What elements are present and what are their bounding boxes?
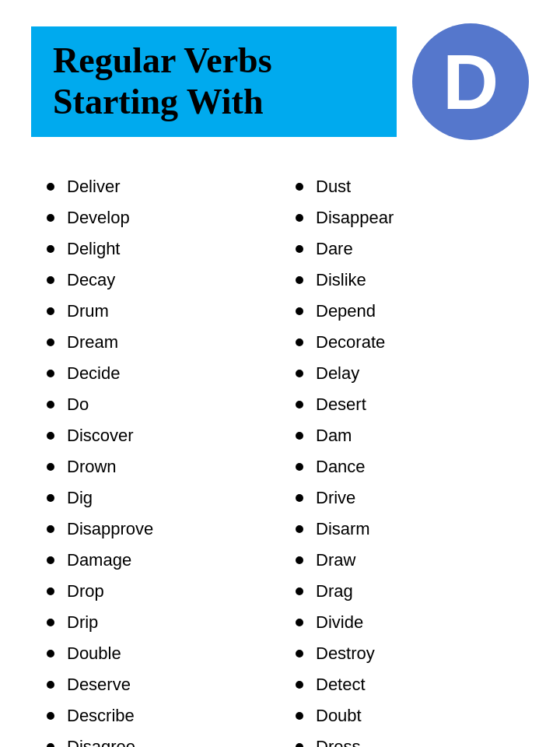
- list-item: Dust: [280, 171, 529, 202]
- bullet-icon: [296, 681, 303, 689]
- word-text: Drive: [316, 488, 355, 508]
- word-text: Describe: [67, 706, 135, 726]
- bullet-icon: [47, 587, 54, 595]
- word-text: Drown: [67, 457, 117, 477]
- bullet-icon: [296, 370, 303, 377]
- list-item: Dig: [31, 482, 280, 514]
- word-text: Develop: [67, 208, 130, 228]
- word-text: Dream: [67, 332, 118, 352]
- bullet-icon: [47, 183, 54, 191]
- list-item: Dance: [280, 451, 529, 482]
- word-text: Damage: [67, 550, 131, 570]
- word-text: Deliver: [67, 177, 120, 197]
- bullet-icon: [47, 681, 54, 689]
- word-text: Depend: [316, 301, 376, 321]
- word-text: Dust: [316, 177, 351, 197]
- word-text: Dance: [316, 457, 366, 477]
- bullet-icon: [47, 556, 54, 564]
- bullet-icon: [296, 712, 303, 720]
- word-text: Decay: [67, 270, 115, 290]
- list-item: Depend: [280, 296, 529, 327]
- list-item: Disarm: [280, 514, 529, 545]
- list-item: Develop: [31, 202, 280, 233]
- list-item: Deliver: [31, 171, 280, 202]
- list-item: Discover: [31, 420, 280, 451]
- list-item: Drive: [280, 482, 529, 514]
- word-text: Double: [67, 644, 121, 664]
- word-text: Deserve: [67, 675, 131, 695]
- word-text: Dress: [316, 737, 360, 747]
- title-line1: Regular Verbs: [53, 40, 272, 80]
- bullet-icon: [47, 401, 54, 409]
- left-column: DeliverDevelopDelightDecayDrumDreamDecid…: [31, 171, 280, 747]
- word-text: Draw: [316, 550, 355, 570]
- word-text: Delay: [316, 363, 359, 384]
- bullet-icon: [296, 183, 303, 191]
- word-text: Doubt: [316, 706, 362, 726]
- bullet-icon: [47, 214, 54, 222]
- bullet-icon: [296, 245, 303, 253]
- bullet-icon: [296, 556, 303, 564]
- word-text: Do: [67, 395, 89, 415]
- word-text: Dam: [316, 426, 352, 446]
- right-column: DustDisappearDareDislikeDependDecorateDe…: [280, 171, 529, 747]
- bullet-icon: [47, 338, 54, 346]
- title-box: Regular Verbs Starting With: [31, 26, 397, 137]
- word-text: Decide: [67, 363, 120, 384]
- word-text: Destroy: [316, 644, 375, 664]
- list-item: Dam: [280, 420, 529, 451]
- list-item: Describe: [31, 700, 280, 731]
- list-item: Dare: [280, 233, 529, 265]
- bullet-icon: [47, 432, 54, 440]
- bullet-icon: [296, 338, 303, 346]
- bullet-icon: [47, 245, 54, 253]
- list-item: Do: [31, 389, 280, 420]
- bullet-icon: [296, 432, 303, 440]
- title-line2: Starting With: [53, 82, 264, 121]
- header-section: Regular Verbs Starting With D: [31, 23, 529, 140]
- list-item: Drip: [31, 607, 280, 638]
- bullet-icon: [296, 276, 303, 284]
- title-text: Regular Verbs Starting With: [53, 40, 375, 123]
- list-item: Dream: [31, 327, 280, 358]
- word-text: Detect: [316, 675, 366, 695]
- word-text: Divide: [316, 612, 363, 633]
- bullet-icon: [47, 650, 54, 658]
- bullet-icon: [47, 370, 54, 377]
- bullet-icon: [296, 307, 303, 315]
- word-text: Drip: [67, 612, 98, 633]
- word-text: Dig: [67, 488, 93, 508]
- word-text: Drum: [67, 301, 109, 321]
- bullet-icon: [296, 494, 303, 502]
- content-area: DeliverDevelopDelightDecayDrumDreamDecid…: [31, 171, 529, 747]
- bullet-icon: [296, 401, 303, 409]
- list-item: Decide: [31, 358, 280, 389]
- word-text: Disappear: [316, 208, 394, 228]
- word-text: Dare: [316, 239, 353, 259]
- list-item: Draw: [280, 545, 529, 576]
- list-item: Disagree: [31, 731, 280, 747]
- word-text: Drag: [316, 581, 353, 601]
- bullet-icon: [47, 463, 54, 471]
- letter-d: D: [443, 43, 499, 121]
- bullet-icon: [47, 525, 54, 533]
- word-text: Disarm: [316, 519, 370, 539]
- list-item: Double: [31, 638, 280, 669]
- list-item: Drum: [31, 296, 280, 327]
- word-text: Disapprove: [67, 519, 153, 539]
- list-item: Disapprove: [31, 514, 280, 545]
- bullet-icon: [47, 276, 54, 284]
- list-item: Dislike: [280, 265, 529, 296]
- list-item: Decorate: [280, 327, 529, 358]
- bullet-icon: [47, 307, 54, 315]
- list-item: Dress: [280, 731, 529, 747]
- bullet-icon: [47, 743, 54, 747]
- bullet-icon: [296, 650, 303, 658]
- bullet-icon: [296, 525, 303, 533]
- list-item: Delay: [280, 358, 529, 389]
- list-item: Detect: [280, 669, 529, 700]
- bullet-icon: [296, 743, 303, 747]
- list-item: Divide: [280, 607, 529, 638]
- list-item: Damage: [31, 545, 280, 576]
- word-text: Dislike: [316, 270, 366, 290]
